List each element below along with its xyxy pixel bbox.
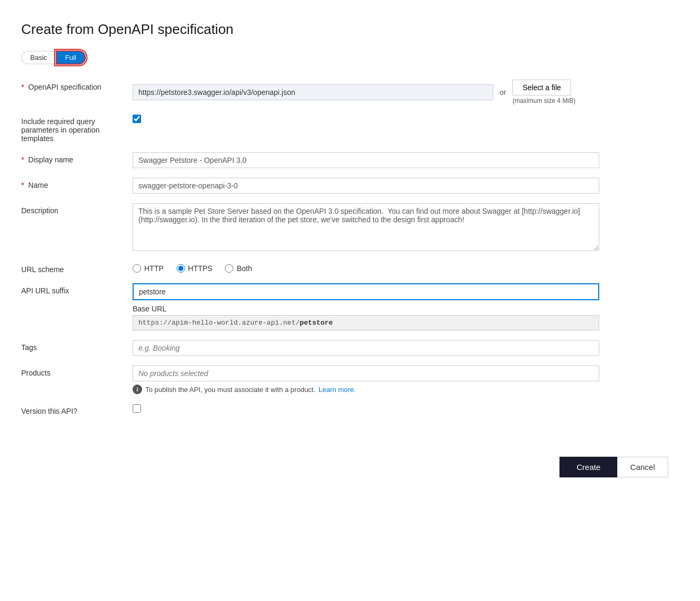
checkbox-row (133, 114, 668, 123)
info-icon: i (133, 385, 142, 394)
url-scheme-row: URL scheme HTTP HTTPS Both (21, 262, 668, 274)
products-content: i To publish the API, you must associate… (133, 365, 668, 394)
radio-http[interactable]: HTTP (133, 264, 164, 273)
version-row: Version this API? (21, 404, 668, 415)
products-label: Products (21, 365, 133, 377)
select-file-section: Select a file (maximum size 4 MiB) (512, 80, 575, 104)
required-star-3: * (21, 181, 24, 189)
required-star: * (21, 83, 24, 91)
api-url-suffix-row: API URL suffix Base URL https://apim-hel… (21, 283, 668, 330)
version-checkbox[interactable] (133, 404, 141, 413)
name-row: * Name (21, 178, 668, 194)
page-container: Create from OpenAPI specification Basic … (0, 0, 700, 601)
input-with-or: or Select a file (maximum size 4 MiB) (133, 80, 668, 104)
select-file-button[interactable]: Select a file (512, 80, 571, 95)
url-scheme-label: URL scheme (21, 262, 133, 274)
radio-https-input[interactable] (177, 264, 185, 273)
tags-label: Tags (21, 340, 133, 352)
base-url-label: Base URL (133, 304, 668, 313)
base-url-box: https://apim-hello-world.azure-api.net/p… (133, 315, 599, 330)
description-label: Description (21, 203, 133, 215)
display-name-label: * Display name (21, 152, 133, 164)
version-label: Version this API? (21, 404, 133, 415)
display-name-row: * Display name (21, 152, 668, 168)
learn-more-link[interactable]: Learn more. (319, 386, 356, 394)
version-content (133, 404, 668, 414)
openapi-spec-label: * OpenAPI specification (21, 80, 133, 91)
description-row: Description This is a sample Pet Store S… (21, 203, 668, 252)
include-required-checkbox[interactable] (133, 115, 141, 123)
url-scheme-content: HTTP HTTPS Both (133, 262, 668, 273)
base-url-suffix-bold: petstore (300, 319, 332, 327)
create-button[interactable]: Create (559, 457, 617, 477)
products-input[interactable] (133, 365, 599, 381)
required-star-2: * (21, 155, 24, 164)
products-row: Products i To publish the API, you must … (21, 365, 668, 394)
name-input[interactable] (133, 178, 599, 194)
include-required-label: Include required query parameters in ope… (21, 114, 133, 143)
openapi-spec-row: * OpenAPI specification or Select a file… (21, 80, 668, 104)
or-text: or (500, 88, 506, 97)
description-textarea[interactable]: This is a sample Pet Store Server based … (133, 203, 599, 251)
publish-info-row: i To publish the API, you must associate… (133, 385, 668, 394)
include-required-content (133, 114, 668, 123)
description-content: This is a sample Pet Store Server based … (133, 203, 668, 252)
url-scheme-options: HTTP HTTPS Both (133, 262, 668, 273)
openapi-spec-content: or Select a file (maximum size 4 MiB) (133, 80, 668, 104)
name-content (133, 178, 668, 194)
radio-both[interactable]: Both (225, 264, 252, 273)
form-container: * OpenAPI specification or Select a file… (21, 80, 668, 425)
tags-row: Tags (21, 340, 668, 356)
display-name-input[interactable] (133, 152, 599, 168)
footer-row: Create Cancel (21, 457, 668, 477)
api-url-suffix-label: API URL suffix (21, 283, 133, 295)
radio-https[interactable]: HTTPS (177, 264, 213, 273)
include-required-row: Include required query parameters in ope… (21, 114, 668, 143)
tab-full[interactable]: Full (56, 50, 86, 65)
file-size-note: (maximum size 4 MiB) (512, 97, 575, 104)
api-url-suffix-input[interactable] (133, 283, 599, 300)
cancel-button[interactable]: Cancel (617, 457, 668, 477)
base-url-section: Base URL https://apim-hello-world.azure-… (133, 304, 668, 330)
tab-basic[interactable]: Basic (21, 51, 56, 64)
radio-http-input[interactable] (133, 264, 141, 273)
tags-input[interactable] (133, 340, 599, 356)
tags-content (133, 340, 668, 356)
name-label: * Name (21, 178, 133, 189)
api-url-suffix-content: Base URL https://apim-hello-world.azure-… (133, 283, 668, 330)
page-title: Create from OpenAPI specification (21, 21, 668, 38)
display-name-content (133, 152, 668, 168)
tabs-row: Basic Full (21, 50, 668, 65)
radio-both-input[interactable] (225, 264, 233, 273)
openapi-url-input[interactable] (133, 84, 493, 100)
textarea-wrapper: This is a sample Pet Store Server based … (133, 203, 599, 252)
